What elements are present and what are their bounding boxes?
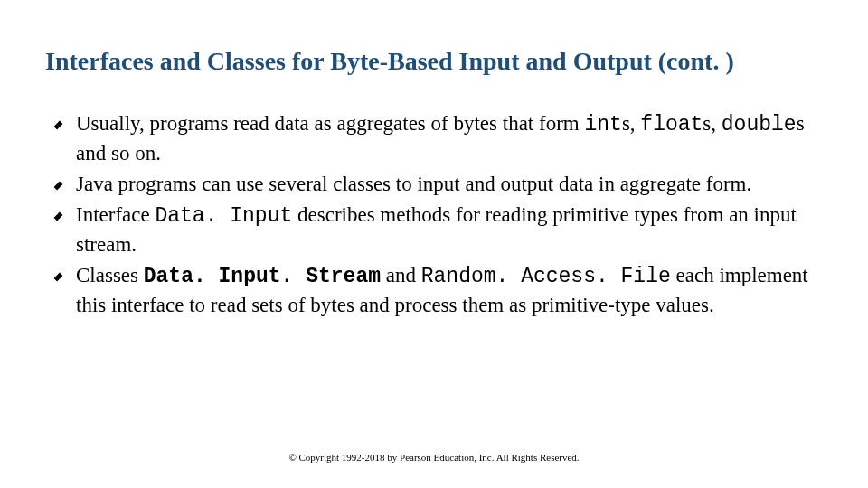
text-run: s,: [703, 112, 721, 135]
bullet-list: Usually, programs read data as aggregate…: [45, 109, 823, 319]
slide: Interfaces and Classes for Byte-Based In…: [0, 0, 868, 488]
text-run: Classes: [76, 264, 144, 286]
text-run: and: [381, 264, 421, 286]
code-run: double: [722, 113, 797, 136]
code-run: float: [640, 113, 703, 136]
code-run: int: [584, 113, 621, 136]
text-run: Interface: [76, 203, 155, 226]
code-run: Data. Input. Stream: [144, 265, 381, 288]
list-item: Java programs can use several classes to…: [76, 170, 823, 198]
text-run: s,: [622, 112, 640, 135]
slide-title: Interfaces and Classes for Byte-Based In…: [45, 45, 823, 77]
code-run: Data. Input: [155, 204, 292, 228]
code-run: Random. Access. File: [421, 265, 671, 288]
text-run: Usually, programs read data as aggregate…: [76, 112, 584, 135]
text-run: Java programs can use several classes to…: [76, 173, 751, 195]
list-item: Interface Data. Input describes methods …: [76, 201, 823, 258]
copyright-footer: © Copyright 1992-2018 by Pearson Educati…: [0, 452, 868, 463]
list-item: Classes Data. Input. Stream and Random. …: [76, 261, 823, 319]
list-item: Usually, programs read data as aggregate…: [76, 109, 823, 167]
